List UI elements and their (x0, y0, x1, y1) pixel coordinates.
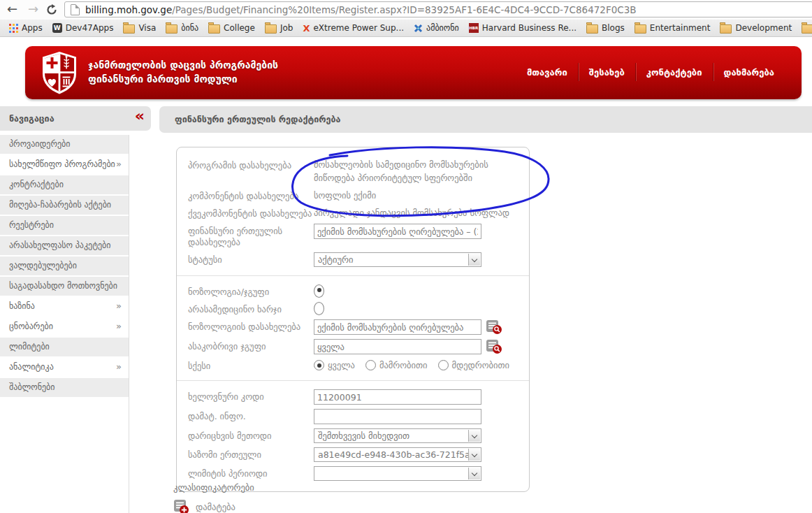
status-select[interactable]: აქტიური (314, 252, 481, 267)
lookup-search-icon[interactable] (486, 339, 502, 354)
url-host: billing.moh.gov.ge (85, 4, 172, 15)
chevron-down-icon[interactable] (468, 254, 480, 266)
sidebar-item-limits[interactable]: ლიმიტები (0, 338, 129, 358)
sex-label: სქესი (188, 359, 314, 372)
forward-button[interactable]: → (28, 1, 38, 17)
chevron-down-icon[interactable] (468, 468, 480, 479)
bookmark-college[interactable]: College (203, 21, 260, 36)
bookmark-label: ბინა (181, 23, 198, 33)
nosology-group-label: ნოზოლოგია/ჯგუფი (188, 284, 314, 298)
sidebar-item-providers[interactable]: პროვაიდერები (0, 135, 129, 155)
subcomponent-name-label: ქვეკომპონენტის დასახელება (188, 206, 314, 219)
folder-icon (586, 24, 598, 34)
sidebar-item-contracts[interactable]: კონტრაქტები (0, 175, 129, 196)
url-text: billing.moh.gov.ge/Pages/Budget/Financin… (85, 4, 637, 15)
back-button[interactable]: ← (7, 1, 17, 17)
artificial-code-input[interactable] (314, 389, 481, 405)
bookmark-label: Visa (138, 23, 156, 33)
folder-icon (720, 24, 732, 34)
apps-grid-icon (9, 24, 18, 33)
bookmark-label: eXtreme Power Sup... (313, 23, 404, 33)
limit-period-select[interactable] (314, 466, 481, 481)
classifier-add-button[interactable]: დამატება (173, 499, 254, 513)
age-group-input[interactable] (314, 339, 481, 354)
component-name-label: კომპონენტის დასახელება (188, 189, 314, 202)
bookmark-dev47apps[interactable]: Dev47Apps (48, 21, 119, 36)
header-nav: მთავარი შესახებ კონტაქტები დახმარება (516, 62, 785, 82)
bookmark-extreme[interactable]: eXtreme Power Sup... (298, 21, 409, 36)
bookmark-bina[interactable]: ბინა (161, 21, 203, 36)
nav-about[interactable]: შესახებ (579, 64, 635, 81)
finunit-name-input[interactable] (314, 224, 481, 239)
nav-home[interactable]: მთავარი (516, 64, 578, 81)
classifier-add-label: დამატება (196, 502, 235, 512)
nonmedical-expense-label: არასამედიცინო ხარჯი (188, 302, 314, 315)
accrual-method-select[interactable]: შემთხვევის მიხედვით (314, 428, 481, 443)
bookmark-apps[interactable]: Apps (4, 21, 48, 36)
sidebar-item-nonsalary-packages[interactable]: არასახელფასო პაკეტები (0, 236, 129, 256)
sidebar-item-analytics[interactable]: ანალიტიკა (0, 358, 129, 378)
sex-male-radio[interactable] (365, 360, 376, 370)
sidebar-item-acceptance-acts[interactable]: მიღება-ჩაბარების აქტები (0, 196, 129, 216)
limit-period-label: ლიმიტის პერიოდი (188, 466, 314, 479)
sidebar-item-obligations[interactable]: ვალდებულებები (0, 256, 129, 277)
component-name-value: სოფლის ექიმი (314, 189, 376, 202)
bookmark-entertainment[interactable]: Entertainment (630, 21, 716, 36)
sidebar-item-state-programs[interactable]: სახელმწიფო პროგრამები (0, 155, 129, 175)
measure-unit-value: a81e49cd-e948-430b-ac36-721f5a4b911 (314, 448, 468, 461)
url-path: /Pages/Budget/Financing%20Items/Register… (172, 4, 636, 15)
nosology-group-radio[interactable] (314, 284, 324, 298)
bookmark-label: College (224, 23, 255, 33)
refresh-button[interactable] (46, 3, 57, 19)
folder-icon (123, 24, 135, 34)
logo-shield (41, 51, 78, 98)
sidebar-collapse-icon[interactable]: « (135, 107, 143, 124)
nosology-name-label: ნოზოლოგიის დასახელება (188, 319, 314, 333)
chevron-down-icon[interactable] (468, 430, 480, 442)
sidebar-item-references[interactable]: ცნობარები (0, 317, 129, 338)
bookmark-hbr[interactable]: Harvard Business Re... (464, 21, 581, 36)
edit-form: პროგრამის დასახელება მოსახლეობის სამედიც… (176, 147, 530, 492)
url-bar[interactable]: billing.moh.gov.ge/Pages/Budget/Financin… (64, 1, 812, 17)
bookmark-blogs[interactable]: Blogs (581, 21, 630, 36)
bookmark-mindtools[interactable]: Mind Tools (797, 21, 812, 36)
sidebar-item-payment-requests[interactable]: საგადასახდო მოთხოვნები (0, 277, 129, 297)
site-title: ჯანმრთელობის დაცვის პროგრამების ფინანსურ… (88, 58, 278, 86)
sidebar-item-templates[interactable]: შაბლონები (0, 378, 129, 398)
bookmark-label: Blogs (602, 23, 625, 33)
bookmark-label: Apps (22, 23, 43, 33)
sex-female-radio[interactable] (438, 360, 449, 370)
sidebar-title: ნავიგაცია (9, 106, 55, 131)
bookmark-job[interactable]: Job (260, 21, 298, 36)
content-titlebar: ფინანსური ერთეულის რედაქტირება (159, 106, 812, 133)
additional-info-input[interactable] (314, 409, 481, 424)
site-header: ჯანმრთელობის დაცვის პროგრამების ფინანსურ… (25, 46, 802, 99)
bookmark-label: ამბიონი (426, 23, 459, 33)
nosology-name-input[interactable] (314, 319, 481, 335)
measure-unit-select[interactable]: a81e49cd-e948-430b-ac36-721f5a4b911 (314, 447, 481, 462)
finunit-name-label: ფინანსური ერთეულის დასახელება (188, 224, 314, 248)
bookmark-label: Development (735, 23, 792, 33)
chevron-down-icon[interactable] (468, 449, 480, 461)
artificial-code-label: ხელოვნური კოდი (188, 389, 314, 403)
webpage: ჯანმრთელობის დაცვის პროგრამების ფინანსურ… (0, 37, 812, 513)
program-name-value: მოსახლეობის სამედიცინო მომსახურების მიწო… (314, 158, 518, 185)
classifiers-section: კლასიფიკატორები დამატება (173, 482, 254, 513)
bookmark-ambioni[interactable]: ამბიონი (409, 21, 464, 36)
nonmedical-expense-radio[interactable] (314, 302, 324, 315)
program-name-label: პროგრამის დასახელება (188, 158, 314, 171)
add-document-icon (173, 499, 190, 513)
bookmark-visa[interactable]: Visa (118, 21, 161, 36)
sidebar-item-registers[interactable]: რეესტრები (0, 216, 129, 236)
folder-icon (265, 24, 277, 34)
sex-male-label: მამრობითი (379, 360, 428, 370)
sidebar-item-treasury[interactable]: ხაზინა (0, 297, 129, 317)
sex-all-radio[interactable] (314, 360, 324, 370)
nav-contacts[interactable]: კონტაქტები (636, 64, 713, 81)
hbr-icon (469, 23, 479, 33)
bookmark-development[interactable]: Development (715, 21, 797, 36)
lookup-search-icon[interactable] (486, 319, 502, 335)
classifiers-title: კლასიფიკატორები (173, 482, 254, 493)
measure-unit-label: საზომი ერთეული (188, 447, 314, 461)
nav-help[interactable]: დახმარება (713, 64, 785, 81)
